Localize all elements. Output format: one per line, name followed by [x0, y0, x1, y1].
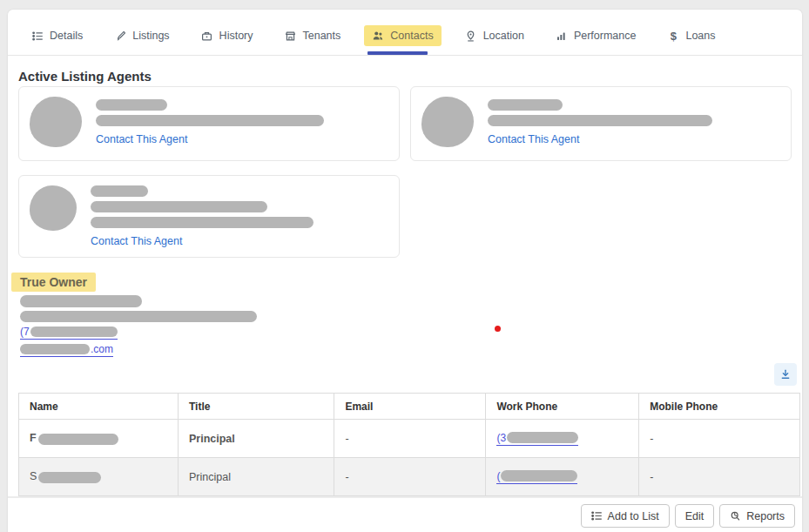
button-label: Reports — [746, 510, 785, 522]
tab-label: Details — [50, 30, 83, 42]
work-phone-link[interactable]: (3 — [496, 432, 578, 446]
tab-listings[interactable]: Listings — [106, 25, 177, 46]
avatar — [30, 185, 77, 231]
table-row: S Principal - ( - — [19, 458, 800, 496]
add-to-list-icon — [591, 510, 603, 522]
avatar — [30, 97, 82, 147]
column-header-name: Name — [19, 394, 179, 420]
tab-label: Loans — [685, 30, 715, 42]
reports-button[interactable]: Reports — [719, 504, 795, 528]
tab-label: History — [219, 30, 253, 42]
table-row: F Principal - (3 - — [19, 420, 800, 458]
contact-title-cell: Principal — [178, 420, 334, 458]
column-header-mobile-phone: Mobile Phone — [639, 394, 800, 420]
redacted-phone-bar — [501, 470, 577, 481]
contact-work-phone-cell: ( — [486, 458, 639, 496]
tab-label: Listings — [132, 30, 169, 42]
table-header-row: Name Title Email Work Phone Mobile Phone — [19, 394, 800, 420]
redacted-name-bar — [38, 472, 101, 483]
phone-visible-text: (7 — [20, 326, 30, 338]
edit-button[interactable]: Edit — [675, 504, 715, 528]
storefront-icon — [285, 30, 297, 42]
redacted-agent-company-bar — [96, 115, 324, 126]
contact-agent-link[interactable]: Contact This Agent — [96, 133, 187, 145]
name-visible-text: F — [30, 432, 37, 444]
work-phone-link[interactable]: ( — [496, 470, 577, 484]
tab-label: Performance — [574, 30, 637, 42]
redacted-owner-address-bar — [20, 311, 257, 322]
brush-icon — [114, 30, 126, 42]
button-label: Add to List — [608, 510, 659, 522]
contact-agent-link[interactable]: Contact This Agent — [488, 133, 579, 145]
tab-label: Location — [483, 30, 524, 42]
add-to-list-button[interactable]: Add to List — [581, 504, 670, 528]
people-icon — [372, 30, 384, 42]
tab-bar: Details Listings History Tenants Contact… — [24, 20, 792, 51]
agent-card: Contact This Agent — [410, 86, 792, 161]
column-header-email: Email — [334, 394, 486, 420]
details-list-icon — [31, 30, 44, 42]
contact-email-cell: - — [334, 458, 486, 496]
briefcase-icon — [201, 30, 213, 42]
dollar-icon: $ — [667, 30, 679, 42]
redacted-agent-company-bar — [488, 115, 712, 126]
tab-performance[interactable]: Performance — [548, 25, 644, 46]
redacted-phone-bar — [30, 327, 118, 337]
map-pin-icon — [465, 30, 477, 42]
column-header-work-phone: Work Phone — [486, 394, 639, 420]
name-visible-text: S — [30, 470, 37, 482]
footer-divider — [8, 496, 802, 498]
redacted-agent-name-bar — [96, 99, 167, 111]
tab-details[interactable]: Details — [24, 25, 91, 46]
email-visible-text: .com — [91, 343, 113, 355]
column-header-title: Title — [178, 394, 334, 420]
tab-tenants[interactable]: Tenants — [277, 25, 349, 46]
contact-name-cell: S — [19, 458, 179, 496]
redacted-email-bar — [20, 344, 90, 354]
tab-location[interactable]: Location — [457, 25, 532, 46]
true-owner-section: True Owner (7 .com — [11, 273, 257, 357]
agents-section-title: Active Listing Agents — [18, 69, 152, 84]
owner-phone-link[interactable]: (7 — [20, 326, 118, 340]
contact-work-phone-cell: (3 — [486, 420, 639, 458]
contact-mobile-phone-cell: - — [639, 458, 800, 496]
contact-mobile-phone-cell: - — [639, 420, 800, 458]
download-button[interactable] — [774, 363, 797, 386]
tab-history[interactable]: History — [193, 25, 261, 46]
redacted-phone-bar — [507, 432, 578, 443]
tab-label: Tenants — [303, 30, 341, 42]
redacted-agent-name-bar — [488, 99, 563, 111]
contact-email-cell: - — [334, 420, 486, 458]
owner-email-link[interactable]: .com — [20, 343, 113, 357]
redacted-owner-name-bar — [20, 295, 142, 307]
redacted-agent-info-bar — [91, 217, 313, 228]
contacts-table: Name Title Email Work Phone Mobile Phone… — [18, 393, 800, 496]
agent-card: Contact This Agent — [18, 175, 400, 258]
phone-visible-text: ( — [496, 470, 500, 482]
redacted-agent-info-bar — [91, 201, 267, 212]
tab-loans[interactable]: $ Loans — [659, 25, 723, 46]
contact-agent-link[interactable]: Contact This Agent — [91, 235, 182, 247]
phone-visible-text: (3 — [496, 432, 506, 444]
agent-card: Contact This Agent — [18, 86, 400, 161]
red-dot — [495, 326, 501, 332]
content-card: Details Listings History Tenants Contact… — [7, 9, 803, 532]
tab-contacts[interactable]: Contacts — [364, 25, 441, 46]
download-icon — [779, 368, 792, 380]
redacted-name-bar — [38, 434, 118, 445]
true-owner-title: True Owner — [11, 273, 96, 292]
bar-chart-icon — [556, 30, 568, 42]
reports-icon — [730, 510, 741, 522]
footer-actions: Add to List Edit Reports — [581, 504, 795, 528]
avatar — [421, 97, 474, 147]
button-label: Edit — [685, 510, 705, 522]
contact-name-cell: F — [19, 420, 179, 458]
tab-divider — [8, 55, 802, 56]
contact-title-cell: Principal — [178, 458, 334, 496]
tab-label: Contacts — [390, 30, 433, 42]
redacted-agent-name-bar — [91, 185, 148, 197]
